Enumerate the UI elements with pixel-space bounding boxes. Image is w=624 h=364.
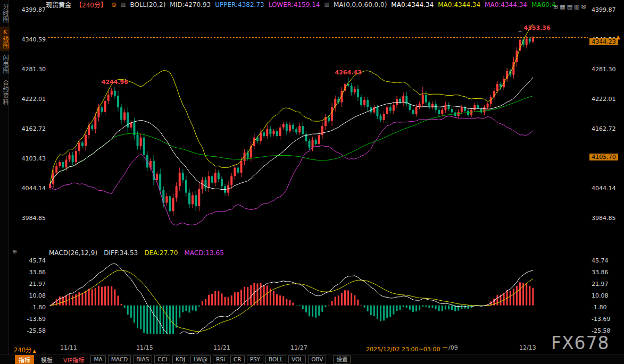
ma-toggle-icon[interactable]: ▥: [324, 2, 329, 7]
sidebar: 分时图K线图闪电图合约资料: [0, 0, 9, 364]
svg-text:10.08: 10.08: [29, 292, 46, 299]
go-to-latest-icon[interactable]: ▲: [616, 34, 620, 40]
indicator-button-rsi[interactable]: RSI: [213, 355, 228, 363]
boll-mid-value: MID:4270.93: [170, 1, 211, 9]
macd-hist-value: MACD:13.65: [184, 249, 223, 257]
ma-value: MA0:4344.34: [391, 1, 434, 9]
macd-name: MACD(26,12,9): [49, 249, 97, 257]
x-axis-label: 2025/12/02 23:00~03:00 二: [366, 344, 448, 353]
svg-text:4103.43: 4103.43: [22, 155, 46, 162]
svg-text:33.86: 33.86: [29, 269, 46, 276]
window-controls: ⊞▦▤▥⊠: [553, 1, 588, 11]
bottom-tab[interactable]: VIP指标: [60, 355, 88, 364]
indicator-button-cci[interactable]: CCI: [154, 355, 170, 363]
close-panel-icon[interactable]: ⊠: [581, 3, 586, 10]
svg-text:4162.72: 4162.72: [22, 125, 46, 132]
boll-toggle-icon[interactable]: ▥: [121, 2, 126, 7]
bottom-tab[interactable]: 模板: [37, 355, 56, 364]
bottom-tabs: 指标模板VIP指标: [15, 355, 88, 364]
symbol-period: 【240分】: [76, 0, 107, 9]
app-window: 4399.874399.874340.594340.594281.304281.…: [0, 0, 624, 364]
indicator-button-cr[interactable]: CR: [230, 355, 245, 363]
indicator-button-ma[interactable]: MA: [90, 355, 105, 363]
indicator-button-boll[interactable]: BOLL: [265, 355, 286, 363]
svg-text:21.97: 21.97: [592, 281, 609, 287]
svg-text:-25.58: -25.58: [27, 327, 46, 334]
boll-lower-value: LOWER:4159.14: [269, 1, 320, 9]
svg-text:-1.80: -1.80: [31, 304, 46, 311]
svg-text:45.74: 45.74: [29, 257, 46, 264]
svg-text:33.86: 33.86: [592, 269, 609, 276]
svg-text:4353.36: 4353.36: [524, 24, 551, 31]
svg-text:4340.59: 4340.59: [22, 36, 46, 43]
x-axis-label: 11/11: [60, 344, 77, 351]
svg-text:45.74: 45.74: [592, 257, 609, 264]
x-axis-label: 12/13: [519, 344, 536, 351]
x-axis-label: /09: [448, 344, 458, 351]
indicator-button-bias[interactable]: BIAS: [133, 355, 152, 363]
ma-values: MA0:4344.34MA0:4344.34MA0:4344.34MA60:4: [391, 1, 560, 9]
svg-text:4044.14: 4044.14: [22, 185, 46, 192]
sidebar-item-2[interactable]: 闪电图: [0, 53, 10, 76]
x-axis-label: 11/21: [213, 344, 230, 351]
indicator-button-obv[interactable]: OBV: [308, 355, 326, 363]
layout-multi-icon[interactable]: ▦: [560, 3, 565, 10]
svg-text:4244.96: 4244.96: [102, 79, 128, 86]
bottom-toolbar: 指标模板VIP指标 MAMACDBIASCCIKDJLW@RSICRPSYBOL…: [0, 354, 624, 364]
symbol-name: 现货黄金: [46, 0, 71, 9]
ma-value: MA0:4344.34: [485, 1, 527, 9]
x-axis-label: 11/27: [290, 344, 307, 351]
period-arrow-icon: ▲: [32, 349, 36, 353]
sidebar-item-1[interactable]: K线图: [0, 27, 10, 51]
svg-text:-1.80: -1.80: [592, 304, 606, 311]
secondary-price-badge: 4105.70: [589, 154, 618, 160]
ma-value: MA0:4344.34: [438, 1, 480, 9]
ma-value: MA60:4: [531, 1, 556, 9]
svg-text:10.08: 10.08: [592, 292, 609, 299]
svg-text:4222.01: 4222.01: [22, 96, 46, 103]
svg-text:4399.87: 4399.87: [22, 6, 46, 13]
indicator-button-psy[interactable]: PSY: [247, 355, 263, 363]
svg-text:4264.43: 4264.43: [335, 69, 362, 76]
svg-text:4222.01: 4222.01: [592, 96, 616, 103]
indicator-button-macd[interactable]: MACD: [108, 355, 131, 363]
sidebar-item-3[interactable]: 合约资料: [0, 78, 10, 107]
symbol-action-icon[interactable]: ⊕: [111, 1, 117, 9]
candlestick-chart[interactable]: 4399.874399.874340.594340.594281.304281.…: [0, 0, 624, 364]
svg-text:4281.30: 4281.30: [592, 66, 616, 73]
macd-legend: MACD(26,12,9) DIFF:34.53 DEA:27.70 MACD:…: [49, 249, 224, 257]
macd-dea-value: DEA:27.70: [144, 249, 178, 257]
panel-toggle-icon[interactable]: ⊕: [12, 248, 17, 255]
svg-text:4281.30: 4281.30: [22, 66, 46, 73]
bottom-tab[interactable]: 指标: [15, 355, 34, 364]
indicator-buttons: MAMACDBIASCCIKDJLW@RSICRPSYBOLLVOLOBV: [90, 355, 326, 363]
macd-diff-value: DIFF:34.53: [104, 249, 138, 257]
svg-text:3984.85: 3984.85: [22, 215, 46, 222]
indicator-button-vol[interactable]: VOL: [288, 355, 306, 363]
svg-text:4162.72: 4162.72: [592, 125, 616, 132]
svg-text:21.97: 21.97: [29, 281, 46, 287]
layout-rows-icon[interactable]: ▤: [567, 3, 572, 10]
period-label: 240分: [14, 346, 31, 354]
boll-upper-value: UPPER:4382.73: [215, 1, 264, 9]
svg-text:-13.69: -13.69: [592, 316, 610, 323]
indicator-button-lw@[interactable]: LW@: [190, 355, 211, 363]
svg-text:4044.14: 4044.14: [592, 185, 616, 192]
svg-text:3984.85: 3984.85: [592, 215, 616, 222]
period-selector[interactable]: 240分▲: [14, 345, 36, 354]
sidebar-item-0[interactable]: 分时图: [0, 2, 10, 25]
svg-text:-13.69: -13.69: [27, 316, 46, 323]
boll-label: BOLL(20,2): [130, 1, 165, 9]
last-price-badge: 4344.23: [589, 38, 618, 45]
settings-button[interactable]: 设置: [333, 355, 351, 363]
svg-text:4399.87: 4399.87: [592, 6, 616, 13]
x-axis: 11/1111/1511/2111/272025/12/02 23:00~03:…: [0, 344, 624, 352]
top-bar: 现货黄金 【240分】 ⊕ ▥ BOLL(20,2) MID:4270.93 U…: [46, 0, 560, 9]
layout-columns-icon[interactable]: ▥: [574, 3, 579, 10]
ma-label: MA(0,0,0,60,0,0): [334, 1, 387, 9]
indicator-button-kdj[interactable]: KDJ: [172, 355, 188, 363]
layout-grid-icon[interactable]: ⊞: [553, 3, 558, 10]
x-axis-label: 11/15: [136, 344, 153, 351]
